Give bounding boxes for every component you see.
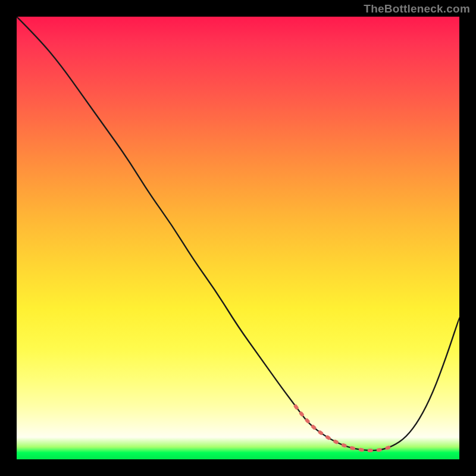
bottleneck-curve [17, 17, 459, 450]
bottleneck-curve-svg [17, 17, 459, 459]
chart-plot-area [17, 17, 459, 459]
valley-minimum-marker [296, 406, 393, 450]
watermark-text: TheBottleneck.com [364, 2, 470, 15]
